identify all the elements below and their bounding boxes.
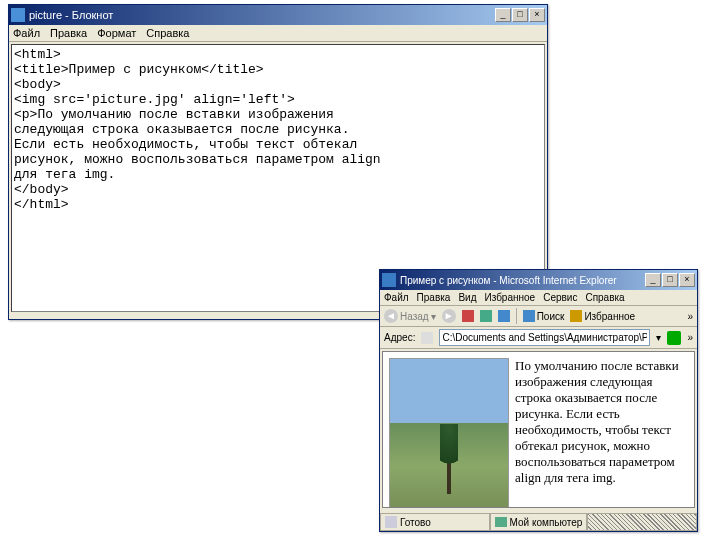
- forward-button[interactable]: ►: [442, 309, 456, 323]
- menu-edit[interactable]: Правка: [417, 292, 451, 303]
- fav-button[interactable]: Избранное: [570, 310, 635, 322]
- status-zone: Мой компьютер: [510, 517, 583, 528]
- go-button[interactable]: [667, 331, 681, 345]
- page-icon: [421, 332, 433, 344]
- star-icon: [570, 310, 582, 322]
- menu-tools[interactable]: Сервис: [543, 292, 577, 303]
- page-text: По умолчанию после вставки изображения с…: [515, 358, 679, 485]
- notepad-title: picture - Блокнот: [29, 9, 495, 21]
- search-icon: [523, 310, 535, 322]
- refresh-icon[interactable]: [480, 310, 492, 322]
- address-bar: Адрес: ▾ »: [380, 327, 697, 349]
- minimize-button[interactable]: _: [645, 273, 661, 287]
- back-arrow-icon: ◄: [384, 309, 398, 323]
- menu-help[interactable]: Справка: [146, 27, 189, 39]
- notepad-menubar: Файл Правка Формат Справка: [9, 25, 547, 42]
- stop-icon[interactable]: [462, 310, 474, 322]
- maximize-button[interactable]: □: [662, 273, 678, 287]
- menu-help[interactable]: Справка: [585, 292, 624, 303]
- notepad-icon: [11, 8, 25, 22]
- notepad-titlebar[interactable]: picture - Блокнот _ □ ×: [9, 5, 547, 25]
- close-button[interactable]: ×: [679, 273, 695, 287]
- menu-file[interactable]: Файл: [13, 27, 40, 39]
- toolbar-overflow[interactable]: »: [687, 332, 693, 343]
- maximize-button[interactable]: □: [512, 8, 528, 22]
- menu-edit[interactable]: Правка: [50, 27, 87, 39]
- ie-title: Пример с рисунком - Microsoft Internet E…: [400, 275, 645, 286]
- address-dropdown-icon[interactable]: ▾: [656, 332, 661, 343]
- menu-file[interactable]: Файл: [384, 292, 409, 303]
- toolbar-overflow[interactable]: »: [687, 311, 693, 322]
- page-image: [389, 358, 509, 508]
- dropdown-arrow-icon: ▾: [431, 311, 436, 322]
- home-icon[interactable]: [498, 310, 510, 322]
- back-button[interactable]: ◄Назад▾: [384, 309, 436, 323]
- my-computer-icon: [495, 517, 507, 527]
- address-input[interactable]: [439, 329, 650, 346]
- menu-format[interactable]: Формат: [97, 27, 136, 39]
- ie-toolbar: ◄Назад▾ ► Поиск Избранное »: [380, 306, 697, 327]
- ie-statusbar: Готово Мой компьютер: [380, 513, 697, 531]
- minimize-button[interactable]: _: [495, 8, 511, 22]
- address-label: Адрес:: [384, 332, 415, 343]
- close-button[interactable]: ×: [529, 8, 545, 22]
- ie-titlebar[interactable]: Пример с рисунком - Microsoft Internet E…: [380, 270, 697, 290]
- ie-icon: [382, 273, 396, 287]
- menu-view[interactable]: Вид: [458, 292, 476, 303]
- status-done: Готово: [400, 517, 431, 528]
- menu-fav[interactable]: Избранное: [484, 292, 535, 303]
- search-button[interactable]: Поиск: [523, 310, 565, 322]
- browser-viewport[interactable]: По умолчанию после вставки изображения с…: [382, 351, 695, 508]
- doc-icon: [385, 516, 397, 528]
- resize-grip[interactable]: [587, 514, 697, 531]
- ie-menubar: Файл Правка Вид Избранное Сервис Справка: [380, 290, 697, 306]
